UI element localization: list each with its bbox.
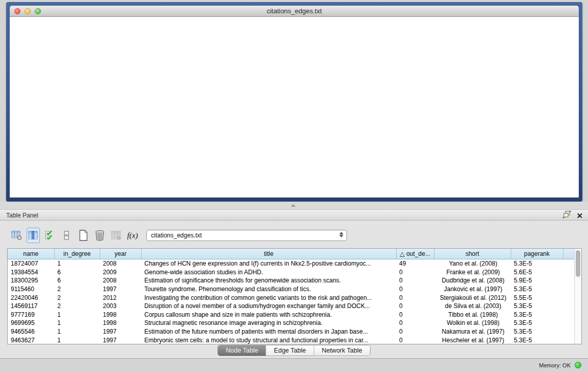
cell-pagerank[interactable]: 5.3E-5 — [511, 259, 563, 268]
table-selector-dropdown[interactable]: citations_edges.txt — [146, 230, 347, 241]
cell-out_de...[interactable]: 0 — [396, 327, 434, 336]
column-header-year[interactable]: year — [100, 249, 141, 259]
cell-out_de...[interactable]: 0 — [396, 319, 434, 327]
cell-in_degree[interactable]: 2 — [54, 302, 100, 311]
cell-title[interactable]: Estimation of significance thresholds fo… — [141, 276, 396, 285]
table-row[interactable]: 969969511998Structural magnetic resonanc… — [8, 319, 574, 327]
table-row[interactable]: 1872400712008Changes of HCN gene express… — [8, 259, 574, 268]
cell-pagerank[interactable]: 5.5E-5 — [511, 293, 563, 302]
cell-in_degree[interactable]: 1 — [54, 336, 100, 344]
table-row[interactable]: 911546021997Tourette syndrome. Phenomeno… — [8, 285, 574, 294]
window-titlebar[interactable]: citations_edges.txt — [10, 6, 579, 17]
cell-name[interactable]: 18724007 — [8, 259, 54, 268]
cell-name[interactable]: 18300295 — [8, 276, 54, 285]
table-row[interactable]: 1830029562008Estimation of significance … — [8, 276, 574, 285]
cell-title[interactable]: Tourette syndrome. Phenomenology and cla… — [141, 285, 396, 294]
cell-filler[interactable] — [563, 327, 574, 336]
cell-year[interactable]: 1997 — [100, 336, 141, 344]
import-table-icon[interactable] — [110, 228, 123, 243]
cell-filler[interactable] — [563, 293, 574, 302]
row-height-icon[interactable] — [60, 228, 73, 243]
cell-filler[interactable] — [563, 302, 574, 311]
cell-filler[interactable] — [563, 276, 574, 285]
cell-in_degree[interactable]: 6 — [54, 268, 100, 277]
delete-table-icon[interactable] — [93, 228, 106, 243]
cell-filler[interactable] — [563, 285, 574, 294]
column-header-in_degree[interactable]: in_degree — [54, 249, 100, 259]
cell-out_de...[interactable]: 0 — [396, 311, 434, 319]
cell-name[interactable]: 9115460 — [8, 285, 54, 294]
function-builder-icon[interactable]: f(x) — [126, 228, 139, 243]
cell-short[interactable]: Nakamura et al. (1997) — [434, 327, 511, 336]
cell-year[interactable]: 1998 — [100, 319, 141, 327]
cell-title[interactable]: Embryonic stem cells: a model to study s… — [141, 336, 396, 344]
cell-out_de...[interactable]: 0 — [396, 285, 434, 294]
float-panel-icon[interactable] — [563, 211, 571, 221]
split-divider[interactable] — [0, 202, 588, 209]
cell-in_degree[interactable]: 2 — [54, 285, 100, 294]
cell-short[interactable]: Franke et al. (2009) — [434, 268, 511, 277]
new-table-icon[interactable] — [77, 228, 90, 243]
cell-pagerank[interactable]: 5.6E-5 — [511, 268, 563, 277]
cell-short[interactable]: Wolkin et al. (1998) — [434, 319, 511, 327]
cell-pagerank[interactable]: 5.3E-5 — [511, 336, 563, 344]
table-settings-icon[interactable] — [10, 228, 24, 243]
table-row[interactable]: 946554611997Estimation of the future num… — [8, 327, 574, 336]
cell-name[interactable]: 22420046 — [8, 293, 54, 302]
cell-year[interactable]: 2008 — [100, 259, 141, 268]
close-panel-icon[interactable]: ✕ — [576, 212, 583, 220]
column-header-short[interactable]: short — [434, 249, 511, 259]
cell-year[interactable]: 1997 — [100, 285, 141, 294]
cell-title[interactable]: Corpus callosum shape and size in male p… — [141, 311, 396, 319]
table-row[interactable]: 2242004622012Investigating the contribut… — [8, 293, 574, 302]
table-scrollbar[interactable] — [574, 249, 581, 344]
cell-in_degree[interactable]: 1 — [54, 327, 100, 336]
cell-pagerank[interactable]: 5.3E-5 — [511, 302, 563, 311]
network-canvas[interactable] — [10, 17, 579, 198]
table-row[interactable]: 946362711997Embryonic stem cells: a mode… — [8, 336, 574, 344]
citation-network-graph[interactable] — [10, 17, 579, 198]
cell-out_de...[interactable]: 0 — [396, 293, 434, 302]
cell-in_degree[interactable]: 1 — [54, 311, 100, 319]
table-scrollbar-thumb[interactable] — [576, 250, 580, 277]
cell-name[interactable]: 9699695 — [8, 319, 54, 327]
tab-node-table[interactable]: Node Table — [218, 345, 266, 356]
cell-short[interactable]: Hescheler et al. (1997) — [434, 336, 511, 344]
cell-pagerank[interactable]: 5.3E-5 — [511, 285, 563, 294]
table-row[interactable]: 977716911998Corpus callosum shape and si… — [8, 311, 574, 319]
cell-name[interactable]: 14569117 — [8, 302, 54, 311]
cell-filler[interactable] — [563, 311, 574, 319]
column-header-name[interactable]: name — [8, 249, 54, 259]
tab-network-table[interactable]: Network Table — [314, 345, 370, 356]
cell-filler[interactable] — [563, 319, 574, 327]
table-row[interactable]: 1938455462009Genome-wide association stu… — [8, 268, 574, 277]
cell-pagerank[interactable]: 5.3E-5 — [511, 327, 563, 336]
column-header-out_de...[interactable]: △ out_de... — [396, 249, 434, 259]
cell-year[interactable]: 2008 — [100, 276, 141, 285]
cell-short[interactable]: de Silva et al. (2003) — [434, 302, 511, 311]
cell-filler[interactable] — [563, 268, 574, 277]
tab-edge-table[interactable]: Edge Table — [266, 345, 313, 356]
cell-out_de...[interactable]: 0 — [396, 336, 434, 344]
cell-name[interactable]: 9463627 — [8, 336, 54, 344]
cell-out_de...[interactable]: 0 — [396, 268, 434, 277]
cell-title[interactable]: Investigating the contribution of common… — [141, 293, 396, 302]
cell-name[interactable]: 9777169 — [8, 311, 54, 319]
cell-short[interactable]: Tibbo et al. (1998) — [434, 311, 511, 319]
table-row[interactable]: 1456911722003Disruption of a novel membe… — [8, 302, 574, 311]
cell-year[interactable]: 2003 — [100, 302, 141, 311]
cell-pagerank[interactable]: 5.3E-5 — [511, 319, 563, 327]
memory-ok-indicator[interactable] — [575, 362, 581, 368]
cell-short[interactable]: Stergiakouli et al. (2012) — [434, 293, 511, 302]
cell-pagerank[interactable]: 5.9E-5 — [511, 276, 563, 285]
cell-filler[interactable] — [563, 336, 574, 344]
show-columns-icon[interactable] — [27, 228, 40, 243]
cell-in_degree[interactable]: 2 — [54, 293, 100, 302]
cell-in_degree[interactable]: 1 — [54, 259, 100, 268]
cell-out_de...[interactable]: 0 — [396, 276, 434, 285]
cell-pagerank[interactable]: 5.3E-5 — [511, 311, 563, 319]
cell-year[interactable]: 2012 — [100, 293, 141, 302]
cell-in_degree[interactable]: 1 — [54, 319, 100, 327]
cell-year[interactable]: 1997 — [100, 327, 141, 336]
column-header-title[interactable]: title — [141, 249, 396, 259]
